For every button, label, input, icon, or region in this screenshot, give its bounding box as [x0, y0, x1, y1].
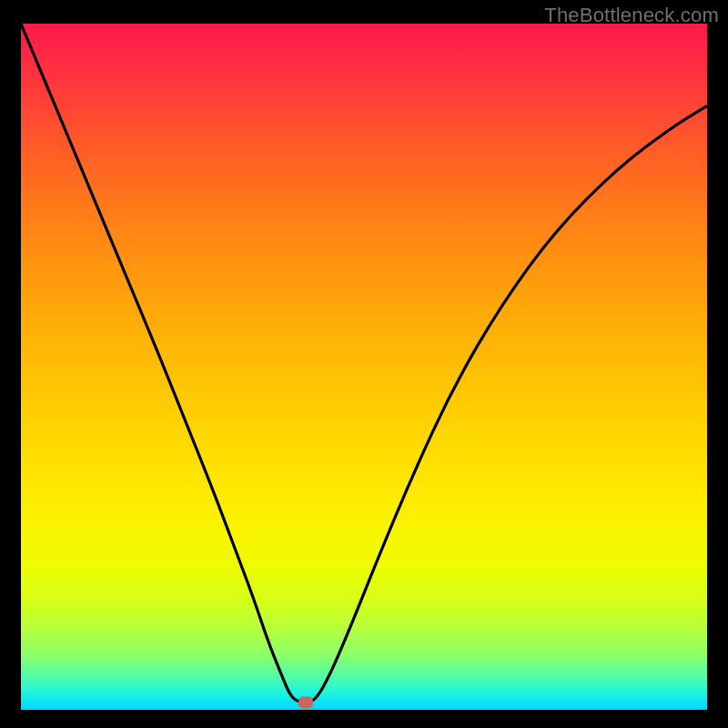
bottleneck-curve: [21, 24, 707, 703]
optimal-point-marker: [298, 697, 313, 709]
curve-svg: [21, 24, 707, 710]
watermark-text: TheBottleneck.com: [544, 4, 719, 27]
plot-area: [21, 24, 707, 710]
chart-container: TheBottleneck.com: [0, 0, 728, 728]
